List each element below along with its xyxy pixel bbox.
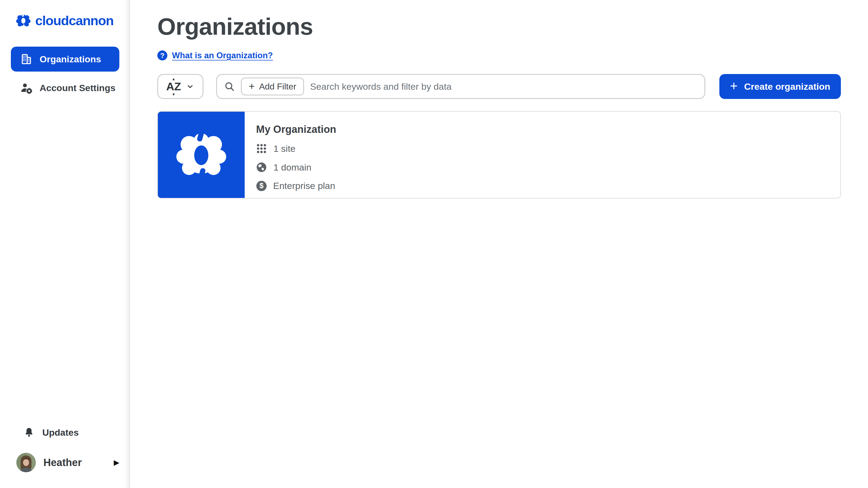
- updates-label: Updates: [42, 427, 79, 438]
- search-box: + Add Filter: [216, 74, 705, 99]
- sidebar-item-organizations[interactable]: Organizations: [11, 46, 119, 72]
- organization-sites-row: 1 site: [256, 143, 336, 154]
- chevron-down-icon: [186, 82, 194, 91]
- main-content: Organizations ? What is an Organization?…: [130, 0, 868, 488]
- search-icon: [224, 81, 235, 92]
- chevron-right-icon: ▶: [114, 458, 119, 467]
- sites-grid-icon: [256, 143, 267, 154]
- cloudcannon-mark-icon: [173, 127, 229, 183]
- sort-asc-icon: ▲: [172, 77, 176, 81]
- toolbar: AZ ▲ ▼ + Add Filter + Create organizatio…: [157, 74, 841, 99]
- sidebar-nav: Organizations Account Settings: [11, 46, 119, 100]
- question-icon: ?: [157, 51, 167, 61]
- organization-card[interactable]: My Organization 1 site 1 domain: [157, 111, 841, 198]
- domains-count: 1 domain: [273, 162, 311, 173]
- sidebar-footer: Updates Heather ▶: [11, 427, 120, 472]
- sites-count: 1 site: [273, 143, 296, 154]
- sidebar-item-label: Organizations: [40, 54, 101, 65]
- plus-icon: +: [730, 79, 738, 93]
- avatar: [16, 453, 36, 472]
- brand-name: cloudcannon: [35, 13, 113, 28]
- create-organization-label: Create organization: [744, 82, 830, 92]
- globe-icon: [256, 162, 267, 173]
- sort-az-icon: AZ ▲ ▼: [166, 81, 181, 92]
- sort-button[interactable]: AZ ▲ ▼: [157, 74, 204, 99]
- bell-icon: [23, 427, 35, 438]
- buildings-icon: [20, 53, 33, 65]
- create-organization-button[interactable]: + Create organization: [719, 74, 841, 99]
- plus-icon: +: [249, 81, 255, 91]
- add-filter-button[interactable]: + Add Filter: [241, 77, 304, 95]
- search-input[interactable]: [310, 82, 698, 92]
- sidebar: cloudcannon Organizations: [0, 0, 130, 488]
- add-filter-label: Add Filter: [259, 82, 296, 92]
- organization-tile: [158, 112, 245, 198]
- help-row: ? What is an Organization?: [157, 51, 841, 61]
- sidebar-item-account-settings[interactable]: Account Settings: [11, 75, 119, 100]
- page-title: Organizations: [157, 14, 841, 39]
- updates-button[interactable]: Updates: [11, 427, 120, 438]
- dollar-icon: $: [256, 181, 267, 191]
- cloudcannon-logo-icon: [15, 12, 31, 29]
- organization-domains-row: 1 domain: [256, 162, 336, 173]
- sort-desc-icon: ▼: [172, 93, 176, 96]
- user-menu[interactable]: Heather ▶: [11, 453, 120, 472]
- brand-logo[interactable]: cloudcannon: [0, 0, 130, 29]
- plan-name: Enterprise plan: [273, 181, 335, 191]
- organization-info: My Organization 1 site 1 domain: [245, 112, 336, 198]
- manage-accounts-icon: [20, 82, 33, 94]
- sidebar-item-label: Account Settings: [40, 83, 116, 93]
- organization-name: My Organization: [256, 124, 336, 135]
- user-name: Heather: [43, 457, 82, 468]
- what-is-organization-link[interactable]: What is an Organization?: [172, 51, 273, 61]
- organization-plan-row: $ Enterprise plan: [256, 181, 336, 191]
